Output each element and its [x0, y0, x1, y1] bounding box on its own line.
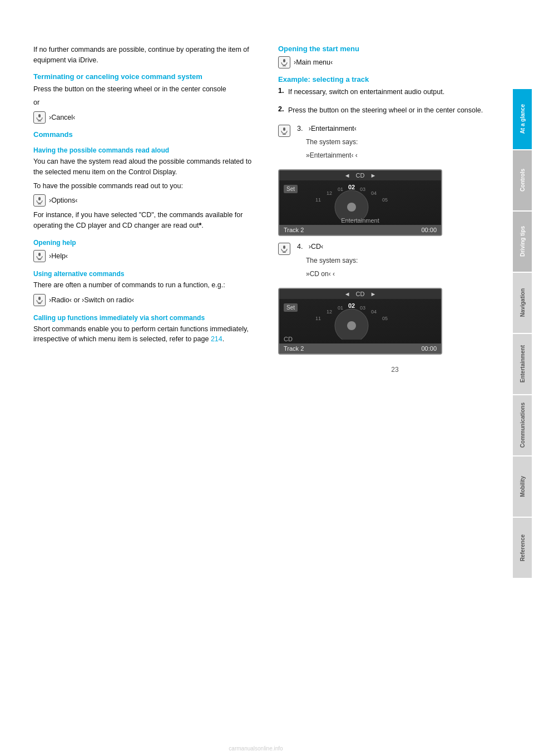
- svg-rect-6: [38, 253, 41, 256]
- right-column: Opening the start menu ›Main menu‹: [273, 45, 512, 734]
- svg-point-19: [347, 203, 356, 212]
- intro-text: If no further commands are possible, con…: [33, 45, 256, 66]
- step1-item: 1. If necessary, switch on entertainment…: [278, 87, 512, 101]
- step4-num: 4.: [297, 243, 303, 251]
- cd-footer-1: Track 2 00:00: [279, 225, 441, 235]
- sidebar-tab-driving-tips[interactable]: Driving tips: [513, 212, 532, 272]
- mic-icon-help: [33, 250, 46, 262]
- step2-item: 2. Press the button on the steering whee…: [278, 105, 512, 119]
- cd-arrow-left-1: ◄: [344, 172, 350, 179]
- sidebar-tab-mobility[interactable]: Mobility: [513, 456, 532, 517]
- mic-icon-step4: [278, 243, 290, 255]
- options-command-text: ›Options‹: [49, 197, 77, 204]
- sidebar-tab-at-a-glance[interactable]: At a glance: [513, 89, 532, 149]
- svg-rect-3: [38, 197, 41, 200]
- short-commands-para: Short commands enable you to perform cer…: [33, 324, 256, 345]
- svg-rect-15: [283, 127, 285, 131]
- svg-text:12: 12: [327, 309, 332, 315]
- sidebar-tab-communications[interactable]: Communications: [513, 395, 532, 455]
- page-container: If no further commands are possible, con…: [0, 0, 534, 756]
- cd-set-btn-1: Set: [284, 185, 298, 193]
- cd-cd-label: CD: [279, 336, 441, 342]
- radio-command: ›Radio‹ or ›Switch on radio‹: [33, 294, 256, 306]
- cancel-command: ›Cancel‹: [33, 111, 256, 124]
- cd-arrow-right-2: ►: [370, 291, 376, 297]
- mic-icon-mainmenu: [278, 56, 290, 68]
- svg-text:11: 11: [315, 197, 321, 203]
- svg-text:02: 02: [348, 185, 355, 190]
- page-link-214[interactable]: 214: [211, 335, 222, 343]
- cd-disc-svg-2: 11 12 01 02 03 04 05: [301, 303, 402, 340]
- step4-says: The system says:: [306, 256, 358, 266]
- sidebar-tab-label-driving-tips: Driving tips: [520, 226, 526, 257]
- sidebar-tab-label-entertainment: Entertainment: [520, 345, 526, 382]
- intro-block: If no further commands are possible, con…: [33, 45, 256, 66]
- radio-command-text: ›Radio‹ or ›Switch on radio‹: [49, 296, 134, 304]
- read-aloud-para1: You can have the system read aloud the p…: [33, 156, 256, 178]
- svg-text:12: 12: [327, 190, 332, 196]
- step1-num: 1.: [278, 87, 288, 101]
- help-command: ›Help‹: [33, 250, 256, 262]
- cd-disc-svg-1: 11 12 01 02 03 04 05: [301, 185, 402, 221]
- cd-track-label-2: Track 2: [284, 345, 304, 352]
- main-content: If no further commands are possible, con…: [0, 0, 534, 756]
- cd-title-1: CD: [356, 172, 365, 179]
- opening-help-heading: Opening help: [33, 239, 256, 247]
- cancel-command-text: ›Cancel‹: [49, 114, 75, 121]
- watermark: carmanualsonline.info: [0, 745, 512, 752]
- or-text: or: [33, 97, 256, 108]
- step3-says: The system says:: [306, 137, 358, 147]
- cd-body-1: Set 11 12 01: [279, 180, 441, 222]
- svg-text:04: 04: [371, 309, 377, 315]
- step3-response: »Entertainment‹ ‹: [306, 150, 358, 160]
- main-menu-command-text: ›Main menu‹: [294, 58, 333, 66]
- start-menu-section: Opening the start menu ›Main menu‹: [278, 45, 512, 68]
- sidebar-tab-navigation[interactable]: Navigation: [513, 273, 532, 333]
- mic-icon-step3: [278, 125, 290, 137]
- left-column: If no further commands are possible, con…: [33, 45, 273, 734]
- step4-content: 4. ›CD‹ The system says: »CD on‹ ‹: [297, 242, 358, 282]
- short-commands-heading: Calling up functions immediately via sho…: [33, 314, 256, 322]
- help-command-text: ›Help‹: [49, 252, 68, 260]
- svg-text:02: 02: [348, 303, 355, 309]
- alternative-commands-para1: There are often a number of commands to …: [33, 280, 256, 291]
- cd-arrow-left-2: ◄: [344, 291, 350, 297]
- sidebar-tab-controls[interactable]: Controls: [513, 150, 532, 210]
- step2-text: Press the button on the steering wheel o…: [288, 105, 483, 116]
- cd-header-2: ◄ CD ►: [279, 289, 441, 299]
- terminating-para1: Press the button on the steering wheel o…: [33, 84, 256, 95]
- svg-text:05: 05: [382, 197, 388, 203]
- cd-time-2: 00:00: [421, 345, 437, 352]
- step3-num-cmd: 3. ›Entertainment‹: [297, 124, 358, 134]
- step3-command: ›Entertainment‹: [309, 125, 357, 132]
- step4-command: ›CD‹: [309, 243, 323, 251]
- sidebar-tab-label-controls: Controls: [520, 169, 526, 192]
- step1-text: If necessary, switch on entertainment au…: [288, 87, 444, 97]
- mic-icon-cancel: [33, 111, 46, 124]
- example-section: Example: selecting a track 1. If necessa…: [278, 75, 512, 355]
- cd-track-label-1: Track 2: [284, 227, 304, 233]
- sidebar-tab-label-navigation: Navigation: [520, 288, 526, 317]
- right-sidebar: At a glance Controls Driving tips Naviga…: [512, 45, 533, 734]
- sidebar-tab-entertainment[interactable]: Entertainment: [513, 334, 532, 394]
- svg-text:11: 11: [315, 316, 321, 321]
- sidebar-tab-label-mobility: Mobility: [520, 476, 526, 497]
- svg-rect-0: [38, 114, 41, 117]
- sidebar-tab-label-communications: Communications: [520, 402, 526, 448]
- mic-icon-radio: [33, 294, 46, 306]
- cd-footer-2: Track 2 00:00: [279, 343, 441, 354]
- cd-display-2: ◄ CD ► Set 11 12 01: [278, 288, 442, 355]
- cd-entertainment-label: Entertainment: [279, 217, 441, 224]
- cd-time-1: 00:00: [421, 227, 437, 233]
- cd-title-2: CD: [356, 291, 365, 297]
- cd-display-1: ◄ CD ► Set: [278, 169, 442, 236]
- mic-icon-options: [33, 194, 46, 207]
- cd-numbers-area-1: 11 12 01 02 03 04 05: [301, 185, 436, 218]
- step3-num: 3.: [297, 125, 303, 132]
- svg-text:01: 01: [338, 186, 343, 192]
- step4-num-cmd: 4. ›CD‹: [297, 242, 358, 252]
- svg-text:01: 01: [338, 305, 343, 311]
- alternative-commands-heading: Using alternative commands: [33, 270, 256, 278]
- sidebar-tab-reference[interactable]: Reference: [513, 518, 532, 578]
- step4-row: 4. ›CD‹ The system says: »CD on‹ ‹: [278, 242, 512, 282]
